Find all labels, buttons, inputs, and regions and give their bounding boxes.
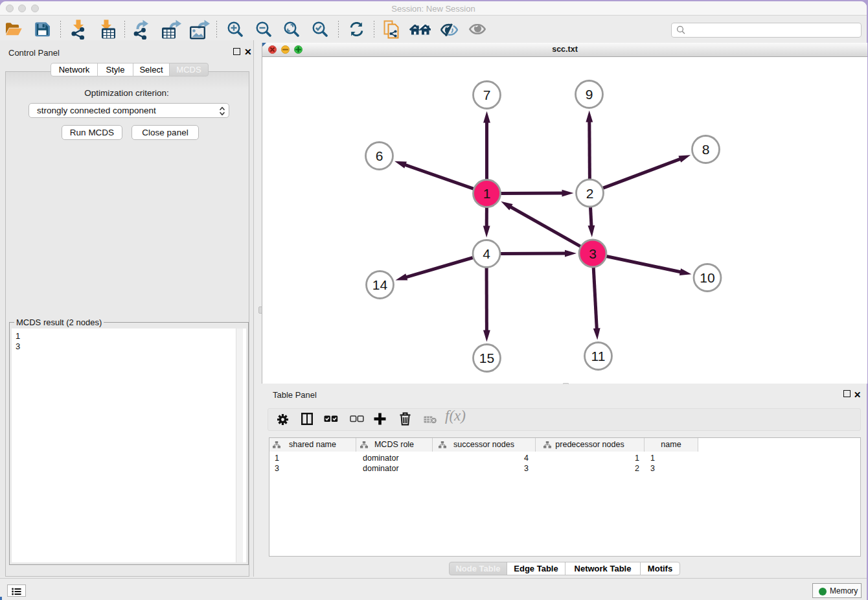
svg-text:11: 11	[591, 349, 606, 363]
svg-text:14: 14	[372, 277, 388, 292]
svg-text:9: 9	[586, 87, 593, 102]
svg-text:1: 1	[483, 186, 491, 201]
svg-text:15: 15	[479, 351, 494, 365]
svg-text:4: 4	[483, 246, 490, 261]
svg-text:6: 6	[376, 148, 383, 163]
svg-text:3: 3	[589, 246, 597, 261]
svg-text:8: 8	[702, 142, 710, 157]
svg-text:7: 7	[483, 87, 491, 102]
svg-text:2: 2	[586, 186, 594, 201]
svg-text:10: 10	[700, 270, 714, 285]
